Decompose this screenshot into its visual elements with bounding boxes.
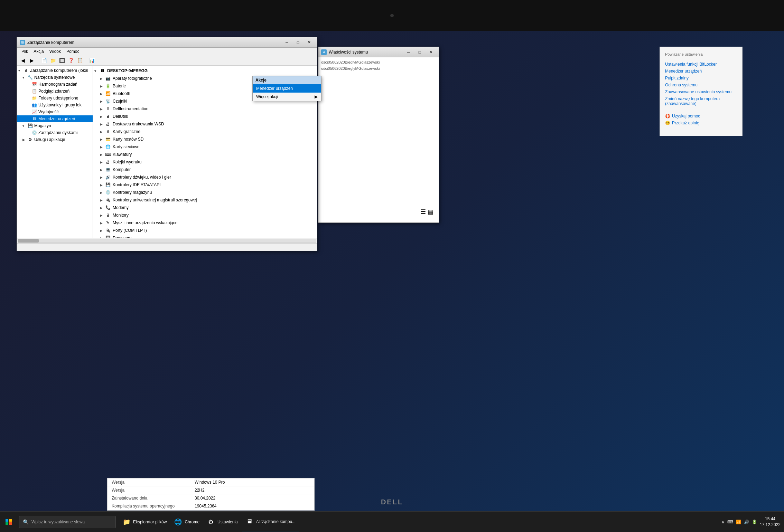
menu-akcja[interactable]: Akcja [31, 48, 46, 55]
related-settings-section: Powiązane ustawienia Ustawienia funkcji … [665, 52, 737, 107]
device-kontrolery-dzwieku[interactable]: ▶ 🔊 Kontrolery dźwięku, wideo i gier [93, 173, 317, 181]
second-maximize[interactable]: □ [414, 49, 425, 56]
computer-icon: 🖥 [99, 68, 105, 74]
tree-podglad[interactable]: 📋 Podgląd zdarzeń [17, 88, 93, 95]
tree-uslugi[interactable]: ▶ ⚙ Usługi i aplikacje [17, 136, 93, 143]
toolbar-sep-2 [86, 57, 86, 64]
action-pulpit-zdalny[interactable]: Pulpit zdalny [665, 75, 737, 82]
tree-harmonogram[interactable]: 📅 Harmonogram zadań [17, 81, 93, 88]
window-toolbar: ◀ ▶ 📄 📁 🔲 ❓ 📋 📊 [17, 55, 317, 66]
tree-uzytkownicy[interactable]: 👥 Użytkownicy i grupy lok [17, 102, 93, 108]
device-kontrolery-magazynu[interactable]: ▶ 💿 Kontrolery magazynu [93, 189, 317, 196]
toolbar-btn-4[interactable]: ❓ [67, 56, 75, 65]
device-klawiatury[interactable]: ▶ ⌨ Klawiatury [93, 151, 317, 158]
device-karty-hostow[interactable]: ▶ 💳 Karty hostów SD [93, 135, 317, 143]
menu-widok[interactable]: Widok [47, 48, 64, 55]
action-zaawansowane[interactable]: Zaawansowane ustawienia systemu [665, 88, 737, 95]
taskbar-item-compmgmt[interactable]: 🖥 Zarządzanie kompu... [242, 512, 299, 532]
device-karty-sieciowe[interactable]: ▶ 🌐 Karty sieciowe [93, 143, 317, 151]
device-monitory[interactable]: ▶ 🖥 Monitory [93, 211, 317, 219]
back-button[interactable]: ◀ [19, 56, 27, 65]
forward-button[interactable]: ▶ [28, 56, 36, 65]
action-bitlocker[interactable]: Ustawienia funkcji BitLocker [665, 61, 737, 68]
feedback-icon: 😊 [665, 121, 670, 125]
device-porty[interactable]: ▶ 🔌 Porty (COM i LPT) [93, 227, 317, 234]
laptop-top-bar [0, 0, 784, 31]
action-pomoc[interactable]: 🛟 Uzyskaj pomoc [665, 113, 737, 120]
tree-zarzadzanie-dyskami[interactable]: 💿 Zarządzanie dyskami [17, 129, 93, 136]
tray-keyboard-icon: ⌨ [727, 520, 733, 524]
close-button[interactable]: ✕ [304, 39, 314, 46]
menu-pomoc[interactable]: Pomoc [64, 48, 82, 55]
settings-icon: ⚙ [207, 518, 215, 526]
context-menu-header: Akcje [253, 76, 321, 84]
action-ochrona-systemu[interactable]: Ochrona systemu [665, 82, 737, 88]
start-button[interactable] [0, 512, 17, 532]
device-kontrolery-ide[interactable]: ▶ 💾 Kontrolery IDE ATA/ATAPI [93, 181, 317, 189]
tray-network-icon[interactable]: 📶 [736, 520, 741, 524]
toolbar-btn-2[interactable]: 📁 [49, 56, 57, 65]
info-row-2: Zainstalowano dnia 30.04.2022 [108, 494, 314, 502]
scrollbar-thumb [18, 239, 39, 243]
info-row-1: Wersja 22H2 [108, 486, 314, 494]
window-titlebar: 🖥 Zarządzanie komputerem ─ □ ✕ [17, 37, 317, 48]
device-dellinstrum[interactable]: ▶ 🖥 DellInstrumentation [93, 105, 317, 113]
tree-menedzer[interactable]: 🖥 Menedżer urządzeń [17, 115, 93, 122]
toolbar-btn-5[interactable]: 📋 [76, 56, 84, 65]
second-window-content: ości05062020BieglyMGolaszewski ości05062… [318, 57, 439, 222]
horizontal-scrollbar[interactable] [17, 238, 317, 243]
device-procesory[interactable]: ▶ 🔲 Procesory [93, 234, 317, 238]
device-komputer[interactable]: ▶ 💻 Komputer [93, 166, 317, 173]
maximize-button[interactable]: □ [293, 39, 303, 46]
taskbar-item-chrome[interactable]: 🌐 Chrome [171, 512, 203, 532]
window-title-text: Zarządzanie komputerem [27, 40, 282, 45]
second-close[interactable]: ✕ [426, 49, 436, 56]
laptop-camera [390, 14, 394, 17]
tree-root-icon: 🖥 [23, 68, 29, 73]
taskbar-tray: ∧ ⌨ 📶 🔊 🔋 15:44 17.12.2022 [721, 516, 784, 528]
tree-magazyn[interactable]: ▾ 💾 Magazyn [17, 122, 93, 129]
device-kontrolery-usb[interactable]: ▶ 🔌 Kontrolery uniwersalnej magistrali s… [93, 196, 317, 204]
actions-panel: Powiązane ustawienia Ustawienia funkcji … [660, 47, 743, 136]
taskbar: 🔍 Wpisz tu wyszukiwane słowa 📁 Eksplorat… [0, 511, 784, 532]
second-content-row-1: ości05062020BieglyMGolaszewski [321, 60, 436, 64]
toolbar-btn-6[interactable]: 📊 [88, 56, 96, 65]
menu-plik[interactable]: Plik [19, 48, 31, 55]
device-modemy[interactable]: ▶ 📞 Modemy [93, 204, 317, 211]
tree-foldery[interactable]: 📁 Foldery udostępnione [17, 95, 93, 102]
tree-narzedzia[interactable]: ▾ 🔧 Narzędzia systemowe [17, 74, 93, 81]
device-mysz[interactable]: ▶ 🖱 Mysz i inne urządzenia wskazujące [93, 219, 317, 227]
taskbar-search[interactable]: 🔍 Wpisz tu wyszukiwane słowa [19, 516, 116, 528]
tree-root-label: Zarządzanie komputerem (lokal [30, 68, 88, 73]
tray-volume-icon[interactable]: 🔊 [744, 520, 749, 524]
device-root[interactable]: ▾ 🖥 DESKTOP-94FSEGG [93, 67, 317, 75]
second-minimize[interactable]: ─ [403, 49, 414, 56]
scrollbar-track [18, 239, 316, 243]
tree-panel: ▾ 🖥 Zarządzanie komputerem (lokal ▾ 🔧 Na… [17, 66, 93, 238]
toolbar-sep-1 [38, 57, 38, 64]
taskbar-item-explorer[interactable]: 📁 Eksplorator plików [119, 512, 170, 532]
tray-battery-icon[interactable]: 🔋 [752, 520, 757, 524]
toolbar-btn-1[interactable]: 📄 [40, 56, 48, 65]
device-dostawca[interactable]: ▶ 🖨 Dostawca drukowania WSD [93, 120, 317, 128]
device-karty-graficzne[interactable]: ▶ 🖥 Karty graficzne [93, 128, 317, 135]
action-menedzer-urzadzen[interactable]: Menedżer urządzeń [665, 68, 737, 75]
tray-up-arrow[interactable]: ∧ [721, 520, 725, 524]
tree-root[interactable]: ▾ 🖥 Zarządzanie komputerem (lokal [17, 67, 93, 74]
desktop: 🖥 Zarządzanie komputerem ─ □ ✕ Plik Akcj… [0, 0, 784, 532]
context-menu-wiecej[interactable]: Więcej akcji ▶ [253, 93, 321, 101]
grid-view-btn[interactable]: ▦ [428, 208, 433, 216]
taskbar-clock[interactable]: 15:44 17.12.2022 [760, 516, 781, 528]
taskbar-item-settings[interactable]: ⚙ Ustawienia [204, 512, 241, 532]
toolbar-btn-3[interactable]: 🔲 [58, 56, 66, 65]
device-dellutils[interactable]: ▶ 🖥 DellUtils [93, 113, 317, 120]
context-menu-menedzer[interactable]: Menedżer urządzeń [253, 84, 321, 93]
action-zmien-nazwe[interactable]: Zmień nazwę tego komputera (zaawansowane… [665, 95, 737, 107]
windows-logo [6, 519, 12, 525]
tree-wydajnosc[interactable]: 📈 Wydajność [17, 108, 93, 115]
list-view-btn[interactable]: ☰ [420, 208, 426, 216]
minimize-button[interactable]: ─ [282, 39, 292, 46]
action-opinia[interactable]: 😊 Przekaż opinię [665, 120, 737, 126]
search-placeholder: Wpisz tu wyszukiwane słowa [31, 520, 85, 524]
device-kolejki[interactable]: ▶ 🖨 Kolejki wydruku [93, 158, 317, 166]
